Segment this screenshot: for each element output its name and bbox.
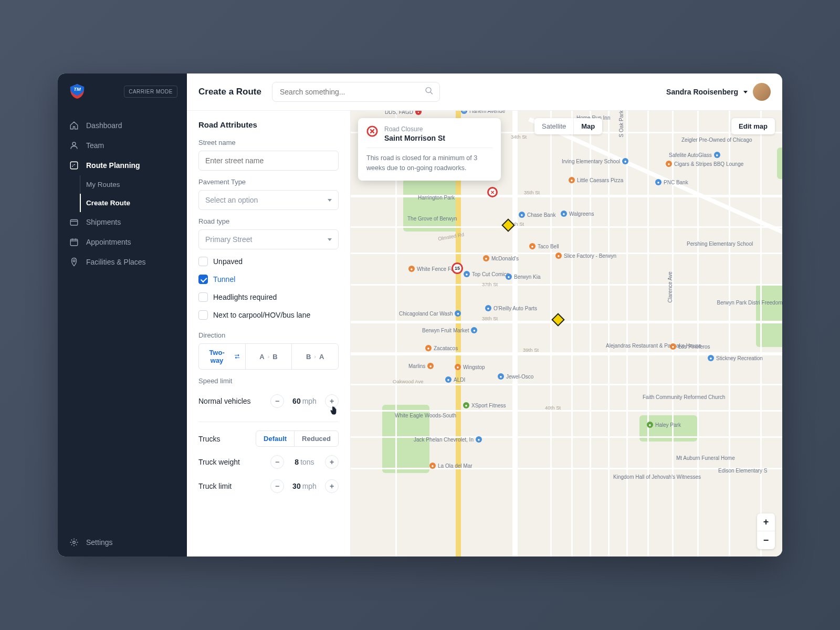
user-icon (69, 141, 79, 150)
zoom-in-button[interactable]: + (757, 513, 775, 531)
sidebar-subitem-label: Create Route (86, 199, 130, 207)
search-container (272, 82, 440, 102)
settings-label: Settings (86, 538, 113, 547)
user-menu[interactable]: Sandra Rooisenberg (666, 83, 771, 101)
speed-value: 60mph (291, 397, 318, 405)
swap-icon (234, 353, 241, 360)
search-input[interactable] (272, 82, 440, 102)
speed-label: Speed limit (198, 377, 339, 385)
gear-icon (69, 538, 79, 547)
sidebar-item-label: Facilities & Places (86, 258, 146, 266)
main: Create a Route Sandra Rooisenberg Road A… (187, 74, 782, 556)
map[interactable]: 34th St W 34th St 35th St 36th St 37th S… (351, 111, 782, 556)
sidebar-item-appointments[interactable]: Appointments (58, 232, 187, 252)
speed-increase-button[interactable]: + (325, 394, 339, 408)
route-icon (69, 161, 79, 170)
truck-weight-label: Truck weight (198, 458, 240, 466)
speed-decrease-button[interactable]: − (270, 394, 284, 408)
sidebar-item-label: Route Planning (86, 161, 140, 170)
trucks-reduced[interactable]: Reduced (295, 431, 338, 446)
map-type-toggle: Satellite Map (534, 118, 602, 134)
sidebar-item-label: Dashboard (86, 121, 122, 130)
sidebar-subitem-create-route[interactable]: Create Route (58, 194, 187, 212)
map-satellite-button[interactable]: Satellite (534, 118, 574, 134)
sidebar-item-facilities[interactable]: Facilities & Places (58, 252, 187, 272)
avatar (753, 83, 771, 101)
truck-weight-row: Truck weight − 8tons + (198, 450, 339, 474)
panel-heading: Road Attributes (198, 120, 339, 129)
check-hov[interactable]: Next to carpool/HOV/bus lane (198, 306, 339, 324)
limit-decrease-button[interactable]: − (270, 479, 284, 493)
cursor-icon (330, 406, 337, 416)
trucks-default[interactable]: Default (256, 431, 295, 446)
check-label: Next to carpool/HOV/bus lane (213, 311, 310, 319)
sidebar-item-route-planning[interactable]: Route Planning (58, 155, 187, 175)
sidebar-item-dashboard[interactable]: Dashboard (58, 116, 187, 135)
checkbox-icon (198, 310, 208, 320)
weight-value: 8tons (291, 458, 318, 466)
normal-speed-row: Normal vehicles − 60mph + (198, 389, 339, 413)
weight-decrease-button[interactable]: − (270, 455, 284, 469)
shield-icon: TM (69, 83, 85, 100)
carrier-mode-badge[interactable]: CARRIER MODE (124, 86, 177, 98)
roadtype-select[interactable]: Primary Street (198, 229, 339, 249)
road-closure-popup: Road Closure Saint Morrison St This road… (358, 118, 501, 181)
search-icon (425, 87, 434, 98)
edit-map-button[interactable]: Edit map (731, 118, 775, 134)
check-unpaved[interactable]: Unpaved (198, 253, 339, 270)
check-label: Unpaved (213, 257, 243, 266)
sidebar-nav: Dashboard Team Route Planning My Routes … (58, 109, 187, 528)
svg-text:TM: TM (74, 87, 81, 92)
popup-body: This road is closed for a minimum of 3 w… (366, 148, 492, 173)
check-label: Headlights required (213, 293, 277, 301)
sidebar-subitem-my-routes[interactable]: My Routes (58, 175, 187, 194)
check-headlights[interactable]: Headlights required (198, 288, 339, 306)
attributes-panel: Road Attributes Street name Pavement Typ… (187, 111, 351, 556)
sidebar: TM CARRIER MODE Dashboard Team Route Pla… (58, 74, 187, 556)
zoom-out-button[interactable]: − (757, 531, 775, 549)
pavement-select[interactable]: Select an option (198, 190, 339, 210)
truck-limit-label: Truck limit (198, 482, 232, 490)
sidebar-item-label: Team (86, 141, 104, 150)
trucks-row: Trucks Default Reduced (198, 424, 339, 450)
svg-point-7 (426, 88, 431, 93)
direction-twoway[interactable]: Two-way (199, 344, 246, 369)
street-name-label: Street name (198, 139, 339, 146)
sidebar-item-settings[interactable]: Settings (58, 528, 187, 556)
weight-increase-button[interactable]: + (325, 455, 339, 469)
chevron-down-icon (743, 91, 748, 93)
svg-point-1 (72, 142, 76, 145)
box-icon (69, 217, 79, 227)
svg-point-5 (73, 260, 75, 262)
limit-increase-button[interactable]: + (325, 479, 339, 493)
direction-ba[interactable]: B›A (292, 344, 338, 369)
direction-segment: Two-way A›B B›A (198, 343, 339, 370)
direction-label: Direction (198, 331, 339, 339)
limit-value: 30mph (291, 482, 318, 490)
chevron-down-icon (328, 199, 332, 202)
zoom-control: + − (757, 513, 775, 549)
checkbox-icon (198, 292, 208, 302)
street-name-input[interactable] (198, 151, 339, 171)
sidebar-item-team[interactable]: Team (58, 135, 187, 155)
closure-marker[interactable] (487, 187, 498, 197)
user-name: Sandra Rooisenberg (666, 88, 738, 96)
checkbox-icon (198, 275, 208, 284)
check-tunnel[interactable]: Tunnel (198, 270, 339, 288)
closure-icon (366, 125, 378, 137)
app-window: TM CARRIER MODE Dashboard Team Route Pla… (58, 74, 782, 556)
direction-ab[interactable]: A›B (246, 344, 292, 369)
svg-point-6 (73, 541, 76, 544)
sidebar-item-shipments[interactable]: Shipments (58, 212, 187, 232)
popup-tag: Road Closure (384, 125, 445, 133)
roadtype-label: Road type (198, 217, 339, 225)
trucks-label: Trucks (198, 435, 220, 443)
normal-speed-label: Normal vehicles (198, 397, 251, 405)
speed-limit-marker[interactable]: 15 (452, 262, 463, 274)
logo[interactable]: TM (69, 83, 85, 100)
pin-icon (69, 257, 79, 267)
content: Road Attributes Street name Pavement Typ… (187, 111, 782, 556)
roadtype-placeholder: Primary Street (205, 235, 252, 244)
pavement-placeholder: Select an option (205, 196, 258, 204)
map-standard-button[interactable]: Map (574, 118, 602, 134)
